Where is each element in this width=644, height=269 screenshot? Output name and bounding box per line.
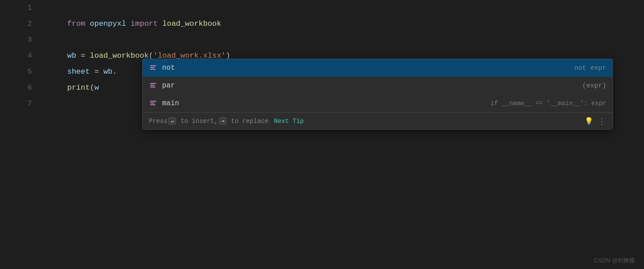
footer-insert-key: ↵ <box>168 117 176 125</box>
op-eq: = <box>76 51 90 60</box>
code-line-1: from openpyxl import load_workbook <box>40 0 644 16</box>
svg-rect-7 <box>150 103 155 103</box>
code-line-3: wb = load_workbook('load_work.xlsx') <box>40 32 644 48</box>
svg-rect-5 <box>150 87 155 87</box>
var-w: w <box>94 83 99 92</box>
func-load-workbook-call: load_workbook <box>90 51 149 60</box>
autocomplete-item-par[interactable]: par (expr) <box>143 77 612 95</box>
footer-next-tip[interactable]: Next Tip <box>274 118 304 125</box>
line-gutter: 1 2 3 4 5 6 7 <box>0 0 40 269</box>
func-load-workbook: load_workbook <box>162 20 221 28</box>
template-icon-par <box>149 81 158 90</box>
footer-press-text: Press <box>149 118 167 125</box>
footer-replace-key: ⇥ <box>219 117 227 125</box>
item-label-main: main <box>162 99 491 107</box>
line-number-2: 2 <box>28 16 32 32</box>
item-detail-not: not expr <box>574 64 606 72</box>
line-number-1: 1 <box>28 0 32 16</box>
watermark: CSDN @剑舞蝶 <box>594 257 635 265</box>
svg-rect-8 <box>150 104 155 105</box>
svg-rect-4 <box>150 85 155 86</box>
line-number-5: 5 <box>28 64 32 80</box>
autocomplete-item-main[interactable]: main if __name__ == '__main__': expr <box>143 95 612 112</box>
keyword-from: from <box>67 20 90 28</box>
svg-rect-1 <box>150 67 155 68</box>
autocomplete-footer: Press ↵ to insert, ⇥ to replace Next Tip… <box>143 112 612 129</box>
autocomplete-popup[interactable]: not not expr par (expr) <box>142 59 613 130</box>
template-icon-not <box>149 63 158 72</box>
template-icon-main <box>149 99 158 108</box>
svg-rect-2 <box>150 69 155 70</box>
footer-insert-label: to insert, <box>177 118 218 125</box>
paren-open-5: ( <box>90 83 94 92</box>
editor-container: 1 2 3 4 5 6 7 from openpyxl import load_… <box>0 0 644 269</box>
var-wb: wb <box>67 51 76 60</box>
svg-rect-3 <box>150 83 156 84</box>
line-number-3: 3 <box>28 32 32 48</box>
svg-rect-0 <box>150 65 156 66</box>
line-number-6: 6 <box>28 80 32 96</box>
more-options-icon[interactable]: ⋮ <box>598 116 606 126</box>
autocomplete-item-not[interactable]: not not expr <box>143 59 612 77</box>
module-openpyxl: openpyxl <box>90 20 131 28</box>
svg-rect-6 <box>150 101 156 102</box>
line-number-7: 7 <box>28 96 32 112</box>
bulb-icon[interactable]: 💡 <box>584 117 593 126</box>
item-detail-par: (expr) <box>582 82 606 90</box>
func-print: print <box>67 83 90 92</box>
keyword-import: import <box>131 20 162 28</box>
item-detail-main: if __name__ == '__main__': expr <box>491 100 606 107</box>
var-sheet: sheet = wb.​ <box>67 67 117 76</box>
line-number-4: 4 <box>28 48 32 64</box>
footer-replace-label: to replace <box>227 118 272 125</box>
item-label-not: not <box>162 64 574 72</box>
code-area[interactable]: from openpyxl import load_workbook wb = … <box>40 0 644 269</box>
item-label-par: par <box>162 82 582 90</box>
